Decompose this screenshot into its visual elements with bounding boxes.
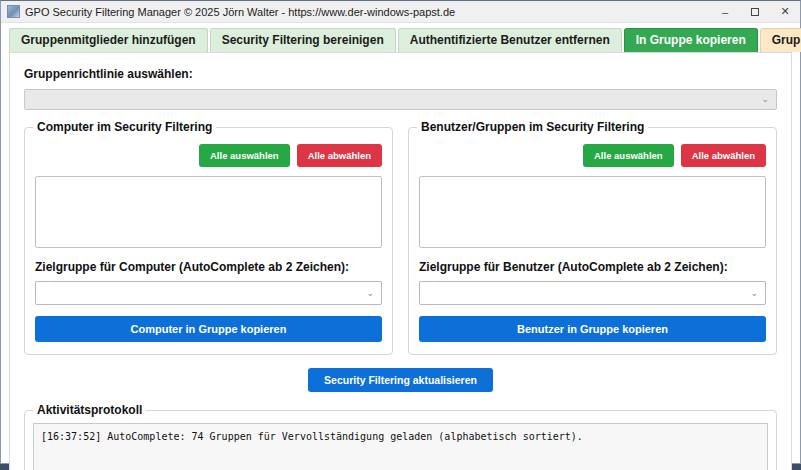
maximize-button[interactable] — [740, 1, 770, 22]
window-controls: – ✕ — [710, 1, 800, 22]
activity-log-groupbox: Aktivitätsprotokoll [16:37:52] AutoCompl… — [24, 410, 777, 470]
activity-log-textarea[interactable]: [16:37:52] AutoComplete: 74 Gruppen für … — [33, 423, 768, 470]
tab-authentifizierte-benutzer-entfernen[interactable]: Authentifizierte Benutzer entfernen — [398, 28, 622, 52]
app-icon — [7, 5, 20, 18]
computer-groupbox-title: Computer im Security Filtering — [33, 120, 216, 134]
computer-groupbox: Computer im Security Filtering Alle ausw… — [24, 127, 393, 355]
computer-select-buttons: Alle auswählen Alle abwählen — [35, 144, 382, 167]
refresh-security-filtering-button[interactable]: Security Filtering aktualisieren — [308, 368, 493, 392]
app-window: GPO Security Filtering Manager © 2025 Jö… — [0, 0, 801, 464]
chevron-down-icon: ⌄ — [366, 289, 374, 298]
policy-dropdown[interactable]: ⌄ — [24, 89, 777, 110]
tab-gruppenmitglieder-hinzufuegen[interactable]: Gruppenmitglieder hinzufügen — [9, 28, 208, 52]
refresh-row: Security Filtering aktualisieren — [24, 368, 777, 392]
users-deselect-all-button[interactable]: Alle abwählen — [681, 144, 766, 167]
computer-copy-button[interactable]: Computer in Gruppe kopieren — [35, 316, 382, 342]
tab-gruppenvergleich[interactable]: Gruppenvergleich — [760, 28, 801, 52]
chevron-down-icon: ⌄ — [761, 95, 769, 104]
filter-panes: Computer im Security Filtering Alle ausw… — [24, 127, 777, 355]
tab-security-filtering-bereinigen[interactable]: Security Filtering bereinigen — [210, 28, 396, 52]
title-bar: GPO Security Filtering Manager © 2025 Jö… — [1, 1, 800, 23]
tab-content-panel: Gruppenrichtlinie auswählen: ⌄ Computer … — [9, 52, 792, 470]
users-select-all-button[interactable]: Alle auswählen — [583, 144, 674, 167]
computer-target-combobox[interactable]: ⌄ — [35, 281, 382, 305]
users-select-buttons: Alle auswählen Alle abwählen — [419, 144, 766, 167]
users-groupbox: Benutzer/Gruppen im Security Filtering A… — [408, 127, 777, 355]
computer-deselect-all-button[interactable]: Alle abwählen — [297, 144, 382, 167]
chevron-down-icon: ⌄ — [750, 289, 758, 298]
activity-log-title: Aktivitätsprotokoll — [33, 403, 146, 417]
computer-select-all-button[interactable]: Alle auswählen — [199, 144, 290, 167]
computer-listbox[interactable] — [35, 176, 382, 248]
policy-select-label: Gruppenrichtlinie auswählen: — [24, 67, 777, 81]
users-target-combobox[interactable]: ⌄ — [419, 281, 766, 305]
users-listbox[interactable] — [419, 176, 766, 248]
tab-in-gruppe-kopieren[interactable]: In Gruppe kopieren — [624, 28, 758, 52]
minimize-button[interactable]: – — [710, 1, 740, 22]
users-groupbox-title: Benutzer/Gruppen im Security Filtering — [417, 120, 648, 134]
window-title: GPO Security Filtering Manager © 2025 Jö… — [25, 6, 455, 18]
tab-bar: Gruppenmitglieder hinzufügen Security Fi… — [1, 23, 800, 52]
close-button[interactable]: ✕ — [770, 1, 800, 22]
users-target-label: Zielgruppe für Benutzer (AutoComplete ab… — [419, 260, 766, 274]
users-copy-button[interactable]: Benutzer in Gruppe kopieren — [419, 316, 766, 342]
maximize-icon — [751, 8, 759, 16]
computer-target-label: Zielgruppe für Computer (AutoComplete ab… — [35, 260, 382, 274]
